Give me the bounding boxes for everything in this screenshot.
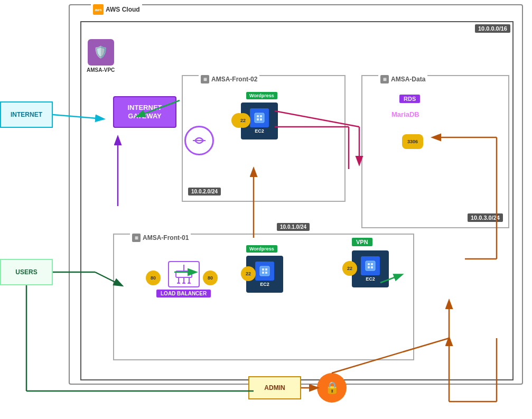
wordpress-badge-bottom: Wordpress [246,245,277,253]
users-box: USERS [0,259,53,285]
vpc-icon-graphic: 🛡️ [88,39,114,66]
lb-icon [168,261,200,287]
ec2-chip-vpn [361,256,380,275]
rds-badge: RDS [399,95,420,103]
vpn-badge: VPN [352,238,372,246]
svg-rect-2 [260,115,262,117]
svg-rect-18 [265,272,267,274]
svg-rect-15 [262,268,264,271]
diagram-container: aws AWS Cloud 10.0.0.0/16 🛡️ AMSA-VPC ⊞ … [0,0,532,419]
subnet-front01-icon: ⊞ [132,234,141,242]
svg-point-11 [177,282,180,284]
svg-rect-4 [260,118,262,120]
subnet-data-label: ⊞ AMSA-Data [378,75,427,83]
subnet-front01-label: ⊞ AMSA-Front-01 [130,234,191,242]
lock-circle-icon: 🔒 [317,373,347,403]
vpc-box: 10.0.0.0/16 🛡️ AMSA-VPC ⊞ AMSA-Front-02 … [80,21,514,380]
amsa-vpc-icon: 🛡️ AMSA-VPC [87,39,115,73]
mariadb-label: MariaDB [391,110,419,118]
internet-box: INTERNET [0,101,53,128]
aws-cloud-text: AWS Cloud [106,6,140,13]
port-80-lb-input: 80 [146,271,161,285]
port-22-front02: 22 [236,113,250,128]
svg-rect-17 [262,272,264,274]
wordpress-badge-top: Wordpress [246,92,277,99]
ec2-label-vpn: EC2 [366,276,375,282]
port-22-front01: 22 [241,266,256,281]
svg-rect-14 [260,266,269,276]
svg-point-13 [188,282,191,284]
ec2-vpn: EC2 [352,250,389,287]
admin-box: ADMIN [248,376,301,399]
subnet-data-cidr: 10.0.3.0/24 [468,213,503,222]
port-3306: 3306 [402,134,423,149]
aws-cloud-box: aws AWS Cloud 10.0.0.0/16 🛡️ AMSA-VPC ⊞ … [69,4,523,385]
svg-rect-3 [257,118,259,120]
svg-rect-19 [366,261,375,271]
subnet-front02-cidr: 10.0.2.0/24 [188,188,221,195]
ec2-chip-front01 [255,262,274,281]
ec2-label-front02: EC2 [255,128,264,134]
ec2-label-front01: EC2 [260,282,269,287]
port-80-lb-output: 80 [203,271,218,285]
svg-rect-0 [255,113,264,123]
aws-logo-icon: aws [93,4,104,15]
svg-rect-20 [368,263,370,265]
port-22-vpn: 22 [342,261,357,276]
vpc-icon-label: AMSA-VPC [87,67,115,73]
vpc-cidr-badge: 10.0.0.0/16 [475,24,510,33]
subnet-data: ⊞ AMSA-Data RDS MariaDB 3306 10.0.3.0/24 [361,75,509,228]
svg-rect-21 [371,263,373,265]
front01-cidr-badge: 10.0.1.0/24 [277,223,310,231]
subnet-front-01: ⊞ AMSA-Front-01 [113,234,414,360]
svg-rect-16 [265,268,267,271]
lb-label-text: LOAD BALANCER [156,290,211,297]
subnet-data-icon: ⊞ [380,75,389,83]
ec2-chip-icon [250,108,269,127]
aws-cloud-label: aws AWS Cloud [91,4,142,15]
svg-rect-6 [176,271,192,277]
subnet-icon: ⊞ [201,75,209,83]
svg-rect-23 [371,266,373,268]
svg-point-12 [182,282,185,284]
svg-rect-22 [368,266,370,268]
svg-rect-1 [257,115,259,117]
igw-box: INTERNET GATEWAY [113,96,176,128]
igw-circle-icon [184,126,214,155]
subnet-front-02-label: ⊞ AMSA-Front-02 [199,75,259,83]
